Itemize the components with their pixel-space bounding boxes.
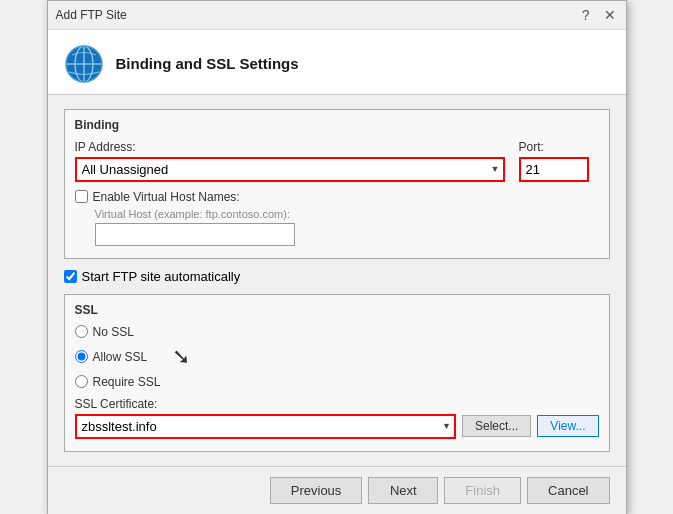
dialog-footer: Previous Next Finish Cancel: [48, 466, 626, 514]
finish-button[interactable]: Finish: [444, 477, 521, 504]
auto-start-checkbox[interactable]: [64, 270, 77, 283]
view-cert-button[interactable]: View...: [537, 415, 598, 437]
dialog-window: Add FTP Site ? ✕ Binding and SSL Setting…: [47, 0, 627, 514]
virtual-host-checkbox-label[interactable]: Enable Virtual Host Names:: [93, 190, 240, 204]
no-ssl-radio[interactable]: [75, 325, 88, 338]
port-input[interactable]: [519, 157, 589, 182]
arrow-icon: ➘: [172, 344, 190, 370]
ssl-cert-row: zbssltest.info Select... View...: [75, 414, 599, 439]
title-bar: Add FTP Site ? ✕: [48, 1, 626, 30]
allow-ssl-label[interactable]: Allow SSL: [93, 350, 148, 364]
cancel-button[interactable]: Cancel: [527, 477, 609, 504]
ssl-cert-select-wrapper: zbssltest.info: [75, 414, 457, 439]
previous-button[interactable]: Previous: [270, 477, 363, 504]
virtual-host-checkbox[interactable]: [75, 190, 88, 203]
virtual-host-input-wrapper: [95, 223, 295, 246]
dialog-content: Binding IP Address: All Unassigned Port:: [48, 95, 626, 466]
close-button[interactable]: ✕: [602, 7, 618, 23]
allow-ssl-row: Allow SSL ➘: [75, 344, 599, 370]
allow-ssl-radio[interactable]: [75, 350, 88, 363]
dialog-header: Binding and SSL Settings: [48, 30, 626, 95]
title-bar-left: Add FTP Site: [56, 8, 127, 22]
ssl-cert-select[interactable]: zbssltest.info: [75, 414, 457, 439]
help-button[interactable]: ?: [580, 7, 592, 23]
require-ssl-row: Require SSL: [75, 375, 599, 389]
select-cert-button[interactable]: Select...: [462, 415, 531, 437]
next-button[interactable]: Next: [368, 477, 438, 504]
ip-address-select[interactable]: All Unassigned: [75, 157, 505, 182]
ssl-cert-label: SSL Certificate:: [75, 397, 599, 411]
title-bar-title: Add FTP Site: [56, 8, 127, 22]
binding-section: Binding IP Address: All Unassigned Port:: [64, 109, 610, 259]
require-ssl-radio[interactable]: [75, 375, 88, 388]
ip-address-group: IP Address: All Unassigned: [75, 140, 505, 182]
ip-select-wrapper: All Unassigned: [75, 157, 505, 182]
page-title: Binding and SSL Settings: [116, 55, 299, 72]
virtual-host-example-label: Virtual Host (example: ftp.contoso.com):: [95, 208, 599, 220]
require-ssl-label[interactable]: Require SSL: [93, 375, 161, 389]
no-ssl-row: No SSL: [75, 325, 599, 339]
port-group: Port:: [519, 140, 599, 182]
ip-port-row: IP Address: All Unassigned Port:: [75, 140, 599, 182]
auto-start-label[interactable]: Start FTP site automatically: [82, 269, 241, 284]
globe-icon: [64, 44, 104, 84]
ip-label: IP Address:: [75, 140, 505, 154]
auto-start-row: Start FTP site automatically: [64, 269, 610, 284]
ssl-section: SSL No SSL Allow SSL ➘ Require SSL SSL C…: [64, 294, 610, 452]
virtual-host-input[interactable]: [95, 223, 295, 246]
title-bar-right: ? ✕: [580, 7, 618, 23]
no-ssl-label[interactable]: No SSL: [93, 325, 134, 339]
binding-section-label: Binding: [75, 118, 599, 132]
port-label: Port:: [519, 140, 599, 154]
ssl-section-label: SSL: [75, 303, 599, 317]
virtual-host-checkbox-row: Enable Virtual Host Names:: [75, 190, 599, 204]
